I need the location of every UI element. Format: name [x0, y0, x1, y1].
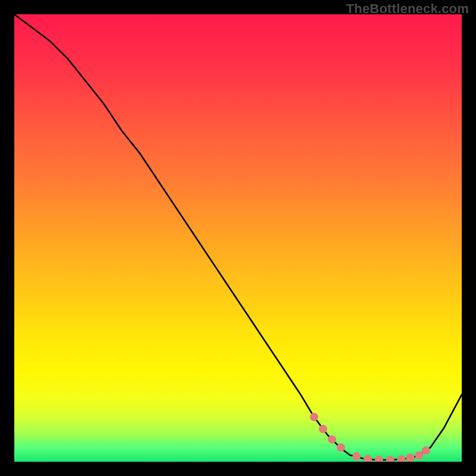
curve-marker: [310, 413, 318, 421]
curve-marker: [352, 452, 361, 461]
plot-area: [14, 14, 462, 462]
curve-marker: [406, 453, 415, 462]
curve-marker: [415, 451, 424, 459]
curve-marker: [319, 425, 327, 433]
curve-marker: [328, 435, 336, 443]
gradient-background: [14, 14, 462, 462]
watermark-text: TheBottleneck.com: [346, 1, 469, 17]
curve-marker: [422, 446, 430, 455]
curve-marker: [337, 443, 345, 452]
chart-frame: TheBottleneck.com: [0, 0, 476, 476]
plot-svg: [14, 14, 462, 462]
